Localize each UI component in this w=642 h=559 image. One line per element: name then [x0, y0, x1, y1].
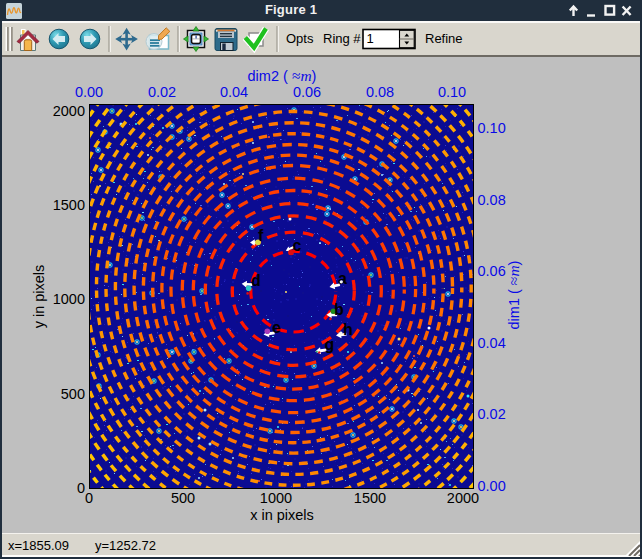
svg-text:0.06: 0.06	[478, 263, 506, 279]
svg-text:g: g	[325, 336, 335, 353]
svg-text:0.00: 0.00	[478, 478, 506, 494]
svg-text:1000: 1000	[53, 291, 85, 307]
svg-text:500: 500	[171, 490, 195, 506]
svg-text:0.10: 0.10	[438, 84, 466, 100]
svg-text:0: 0	[77, 480, 85, 496]
svg-text:0.08: 0.08	[478, 192, 506, 208]
svg-text:0.02: 0.02	[148, 84, 176, 100]
svg-text:a: a	[338, 270, 347, 287]
svg-text:dim1 ( ≈m): dim1 ( ≈m)	[505, 261, 522, 330]
svg-text:x in pixels: x in pixels	[250, 507, 314, 523]
svg-text:0.08: 0.08	[366, 84, 394, 100]
svg-text:d: d	[251, 272, 261, 289]
svg-text:0.00: 0.00	[75, 84, 103, 100]
svg-text:2000: 2000	[53, 103, 85, 119]
svg-text:0.02: 0.02	[478, 406, 506, 422]
svg-text:c: c	[293, 237, 302, 254]
svg-text:1500: 1500	[354, 490, 386, 506]
svg-text:Ring #: Ring #	[323, 31, 361, 46]
svg-text:Opts: Opts	[286, 31, 314, 46]
svg-text:dim2 ( ≈m): dim2 ( ≈m)	[248, 67, 317, 84]
svg-text:0: 0	[85, 490, 93, 506]
svg-text:0.10: 0.10	[478, 120, 506, 136]
svg-text:y in pixels: y in pixels	[31, 265, 47, 329]
svg-text:0.04: 0.04	[478, 335, 506, 351]
svg-text:Refine: Refine	[425, 31, 463, 46]
svg-text:0.04: 0.04	[220, 84, 248, 100]
svg-text:1000: 1000	[260, 490, 292, 506]
svg-text:h: h	[343, 321, 353, 338]
svg-text:f: f	[258, 227, 264, 244]
svg-text:500: 500	[61, 386, 85, 402]
svg-text:1500: 1500	[53, 197, 85, 213]
svg-text:b: b	[334, 301, 344, 318]
svg-text:2000: 2000	[447, 490, 479, 506]
svg-text:1: 1	[367, 31, 374, 46]
svg-text:e: e	[272, 319, 281, 336]
svg-text:0.06: 0.06	[293, 84, 321, 100]
